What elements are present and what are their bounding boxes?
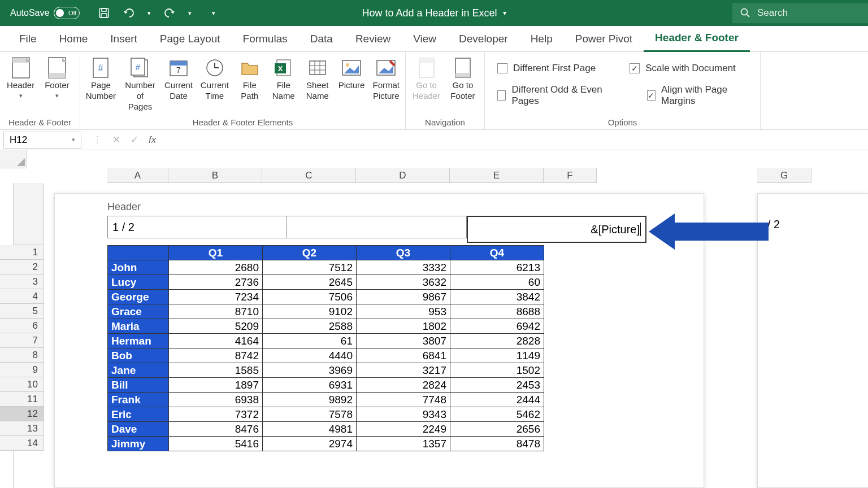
cell[interactable]: 4981 — [263, 422, 357, 437]
cell[interactable]: 1585 — [169, 363, 263, 378]
tab-developer[interactable]: Developer — [448, 26, 519, 52]
row-header-8[interactable]: 8 — [0, 348, 44, 363]
cell[interactable]: 8478 — [450, 437, 544, 451]
cell[interactable]: 1897 — [169, 378, 263, 393]
table-header[interactable]: Q4 — [450, 246, 544, 260]
formula-input[interactable] — [164, 132, 868, 149]
cell[interactable]: 7512 — [263, 260, 357, 275]
cell[interactable]: 6942 — [450, 319, 544, 334]
cell[interactable]: 953 — [357, 304, 450, 319]
cell[interactable]: 3332 — [357, 260, 450, 275]
align-page-margins-checkbox[interactable]: ✓Align with Page Margins — [647, 84, 748, 107]
column-header-B[interactable]: B — [168, 168, 262, 183]
cell[interactable]: 7372 — [169, 407, 263, 422]
table-header[interactable]: Q2 — [263, 246, 357, 260]
cell[interactable]: 2588 — [263, 319, 357, 334]
cell[interactable]: 7578 — [263, 407, 357, 422]
tab-power-pivot[interactable]: Power Pivot — [564, 26, 644, 52]
column-header-D[interactable]: D — [356, 168, 450, 183]
cell[interactable]: 5209 — [169, 319, 263, 334]
column-header-C[interactable]: C — [262, 168, 356, 183]
cell[interactable]: 2249 — [357, 422, 450, 437]
cell[interactable]: 60 — [450, 275, 544, 290]
current-date-button[interactable]: 7 Current Date — [161, 55, 196, 103]
tab-data[interactable]: Data — [299, 26, 344, 52]
row-header-7[interactable]: 7 — [0, 333, 44, 348]
cell[interactable]: 6213 — [450, 260, 544, 275]
row-header-10[interactable]: 10 — [0, 377, 44, 392]
cell[interactable]: Eric — [108, 407, 169, 422]
column-header-A[interactable]: A — [107, 168, 168, 183]
cell[interactable]: 1357 — [357, 437, 450, 451]
title-dropdown-icon[interactable]: ▾ — [503, 9, 506, 17]
cell[interactable]: Bob — [108, 348, 169, 363]
go-to-footer-button[interactable]: Go to Footer — [446, 55, 479, 103]
cell[interactable]: 7748 — [357, 393, 450, 407]
cell[interactable]: Herman — [108, 334, 169, 348]
enter-formula-icon[interactable]: ✓ — [131, 134, 138, 146]
save-icon[interactable] — [98, 7, 110, 19]
cell[interactable]: John — [108, 260, 169, 275]
cell[interactable]: 9867 — [357, 290, 450, 304]
cell[interactable]: 9892 — [263, 393, 357, 407]
cell[interactable]: 6931 — [263, 378, 357, 393]
row-header-6[interactable]: 6 — [0, 319, 44, 333]
table-header[interactable] — [108, 246, 169, 260]
tab-insert[interactable]: Insert — [99, 26, 149, 52]
header-left-input[interactable]: 1 / 2 — [107, 216, 287, 238]
cell[interactable]: 5416 — [169, 437, 263, 451]
file-path-button[interactable]: File Path — [233, 55, 266, 103]
tab-page-layout[interactable]: Page Layout — [149, 26, 232, 52]
search-input[interactable]: Search — [732, 3, 868, 23]
cell[interactable]: 3842 — [450, 290, 544, 304]
cell[interactable]: 2974 — [263, 437, 357, 451]
cell[interactable]: 2444 — [450, 393, 544, 407]
header-right-input[interactable]: &[Picture] — [467, 216, 646, 243]
tab-view[interactable]: View — [402, 26, 448, 52]
cell[interactable]: 6938 — [169, 393, 263, 407]
tab-file[interactable]: File — [8, 26, 48, 52]
cell[interactable]: Bill — [108, 378, 169, 393]
cell[interactable]: 2680 — [169, 260, 263, 275]
format-picture-button[interactable]: Format Picture — [369, 55, 403, 103]
different-first-page-checkbox[interactable]: Different First Page — [497, 63, 596, 74]
column-header-F[interactable]: F — [544, 168, 597, 183]
select-all-corner[interactable] — [0, 150, 27, 168]
different-odd-even-checkbox[interactable]: Different Odd & Even Pages — [497, 84, 613, 107]
cell[interactable]: 4440 — [263, 348, 357, 363]
file-name-button[interactable]: X File Name — [267, 55, 300, 103]
row-header-9[interactable]: 9 — [0, 363, 44, 377]
row-header-3[interactable]: 3 — [0, 274, 44, 289]
tab-formulas[interactable]: Formulas — [232, 26, 299, 52]
cell[interactable]: 2824 — [357, 378, 450, 393]
cell[interactable]: 2645 — [263, 275, 357, 290]
row-header-5[interactable]: 5 — [0, 304, 44, 319]
cell[interactable]: 5462 — [450, 407, 544, 422]
column-header-E[interactable]: E — [450, 168, 544, 183]
cell[interactable]: Lucy — [108, 275, 169, 290]
row-header-2[interactable]: 2 — [0, 260, 44, 274]
current-time-button[interactable]: Current Time — [197, 55, 232, 103]
footer-button[interactable]: Footer ▾ — [40, 55, 73, 101]
cell[interactable]: 1802 — [357, 319, 450, 334]
cell[interactable]: 1502 — [450, 363, 544, 378]
cell[interactable]: Grace — [108, 304, 169, 319]
row-header-14[interactable]: 14 — [0, 436, 44, 451]
picture-button[interactable]: Picture — [335, 55, 368, 92]
fx-icon[interactable]: fx — [149, 134, 156, 146]
cell[interactable]: 8688 — [450, 304, 544, 319]
undo-icon[interactable] — [123, 7, 135, 19]
tab-header-footer[interactable]: Header & Footer — [644, 26, 750, 52]
column-header-G[interactable]: G — [757, 168, 811, 183]
cell[interactable]: 9102 — [263, 304, 357, 319]
row-header-13[interactable]: 13 — [0, 421, 44, 436]
table-header[interactable]: Q1 — [169, 246, 263, 260]
cell[interactable]: 2453 — [450, 378, 544, 393]
cell[interactable]: 61 — [263, 334, 357, 348]
page-number-button[interactable]: # Page Number — [83, 55, 119, 103]
cell[interactable]: Dave — [108, 422, 169, 437]
row-header-4[interactable]: 4 — [0, 289, 44, 304]
row-header-11[interactable]: 11 — [0, 392, 44, 407]
sheet-name-button[interactable]: Sheet Name — [301, 55, 334, 103]
cancel-formula-icon[interactable]: ✕ — [112, 134, 120, 146]
